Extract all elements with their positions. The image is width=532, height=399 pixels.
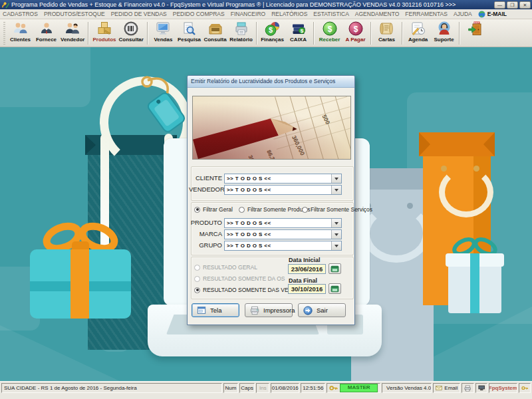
toolbar-button-cartas[interactable]: Cartas [374,20,400,47]
dialog-title[interactable]: Emitir Relatório de Lucratividade dos Pr… [188,76,354,88]
chevron-down-icon[interactable] [331,230,341,239]
menu-ajuda[interactable]: AJUDA [454,11,472,17]
grupo-combobox[interactable]: >> T O D O S << [224,241,342,251]
sales-monitor-icon [155,21,171,37]
exit-door-icon: EXIT [467,21,483,37]
bag-handle-hole [473,166,479,172]
bag-handle-arc [439,167,493,217]
toolbar-separator [256,22,257,45]
bag-handle-hole [441,166,447,172]
deco-panel [0,47,90,107]
barcode-icon [123,21,139,37]
status-email[interactable]: Email [433,383,460,393]
seller-icon [65,21,80,37]
status-location-date: SUA CIDADE - RS 1 de Agosto de 2016 - Se… [1,383,222,393]
svg-text:$: $ [353,25,358,34]
radio-dot [239,207,245,213]
sair-button[interactable]: Sair [298,303,346,317]
radio-dot [302,207,308,213]
chevron-down-icon[interactable] [331,241,341,250]
products-icon [96,21,112,37]
envelope-icon [436,385,442,391]
radio-dot [194,265,200,271]
data-inicial-calendar-button[interactable] [329,263,341,274]
toolbar-button-suporte[interactable]: Suporte [431,20,457,47]
clients-icon [13,21,29,37]
toolbar-button-financas[interactable]: $ Finanças [259,20,285,47]
radio-filtrar-somente-servicos[interactable]: Filtrar Somente Serviços [302,206,372,213]
price-tag [137,74,189,138]
produto-combobox[interactable]: >> T O D O S << [224,218,342,228]
toolbar-button-fornecedor[interactable]: Fornece [33,20,59,47]
bag-handle-arc [362,204,430,263]
toolbar-separator [370,22,372,45]
groupbox-entities [191,166,354,201]
menu-estatistica[interactable]: ESTATISTICA [313,11,349,17]
tela-button[interactable]: Tela [192,303,239,317]
toolbar-button-agenda[interactable]: Agenda [405,20,431,47]
window-title: Programa Pedido de Vendas + Estoque & Fi… [11,1,494,8]
data-final-label: Data Final [289,277,317,284]
close-button[interactable]: ✕ [519,1,531,9]
menu-ferramentas[interactable]: FERRAMENTAS [405,11,448,17]
data-inicial-label: Data Inicial [289,257,321,263]
chevron-down-icon[interactable] [331,186,341,194]
report-printer-icon [233,21,249,37]
toolbar-button-clientes[interactable]: Clientes [7,20,33,47]
toolbar-button-vendedor[interactable]: Vendedor [59,20,86,47]
status-network[interactable] [475,383,487,393]
vendedor-combobox[interactable]: >> T O D O S << [224,185,342,195]
grupo-label: GRUPO [189,241,222,250]
toolbar-separator [459,22,460,45]
minimize-button[interactable]: — [494,1,505,9]
data-final-field[interactable]: 30/10/2016 [288,284,326,294]
toolbar-separator [313,22,315,45]
menu-financeiro[interactable]: FINANCEIRO [231,11,265,17]
bag-notch [419,132,430,156]
status-num-lock: Num [223,383,238,393]
menu-produtos-estoque[interactable]: PRODUTOS/ESTOQUE [44,11,105,17]
data-inicial-field[interactable]: 23/06/2016 [288,264,326,274]
menubar: CADASTROS PRODUTOS/ESTOQUE PEDIDO DE VEN… [0,9,532,19]
toolbar-button-exit[interactable]: EXIT [462,20,488,47]
cliente-combobox[interactable]: >> T O D O S << [224,174,342,184]
menu-pedido-compras[interactable]: PEDIDO COMPRAS [173,11,225,17]
search-doc-icon [181,21,197,37]
status-printer[interactable] [462,383,473,393]
computer-icon [478,385,485,391]
menu-cadastros[interactable]: CADASTROS [3,11,38,17]
toolbar-button-receber[interactable]: $ Receber [317,20,342,47]
menu-relatorios[interactable]: RELATÓRIOS [271,11,307,17]
toolbar-button-a-pagar[interactable]: $ A Pagar [342,20,368,47]
supplier-icon [39,21,55,37]
marca-combobox[interactable]: >> T O D O S << [224,229,342,239]
toolbar-button-consultar[interactable]: Consultar [118,20,145,47]
status-key[interactable] [519,383,531,393]
status-access-level: MASTER [327,383,380,393]
toolbar-button-vendas[interactable]: Vendas [150,20,176,47]
radio-filtrar-somente-produtos[interactable]: Filtrar Somente Produtos [239,206,310,213]
impressora-button[interactable]: Impressora [245,303,293,317]
toolbar: Clientes Fornece Vendedor Produtos Consu… [0,19,532,47]
radio-dot [194,287,200,293]
toolbar-separator [402,22,403,45]
report-preview-image: 500 360,000 86,300 30,300 [192,96,351,160]
toolbar-button-pesquisa[interactable]: Pesquisa [176,20,202,47]
menu-pedido-de-vendas[interactable]: PEDIDO DE VENDAS [111,11,167,17]
radio-resultado-somente-da-os: RESULTADO SOMENTE DA OS [194,275,285,282]
chevron-down-icon[interactable] [331,174,341,183]
report-dialog: Emitir Relatório de Lucratividade dos Pr… [187,75,355,325]
toolbar-button-relatorio[interactable]: Relatório [228,20,254,47]
menu-email[interactable]: E-MAIL [478,11,507,18]
toolbar-button-caixa[interactable]: $ CAIXA [285,20,311,47]
radio-filtrar-geral[interactable]: Filtrar Geral [194,206,233,213]
toolbar-button-consulta[interactable]: Consulta [202,20,228,47]
bag-notch [85,135,96,155]
menu-agendamento[interactable]: AGENDAMENTO [355,11,399,17]
gift-ribbon-teal [470,253,479,313]
data-final-calendar-button[interactable] [329,283,341,294]
printer-icon [464,385,471,392]
toolbar-button-produtos[interactable]: Produtos [91,20,117,47]
chevron-down-icon[interactable] [331,219,341,227]
restore-button[interactable]: ❐ [507,1,518,9]
